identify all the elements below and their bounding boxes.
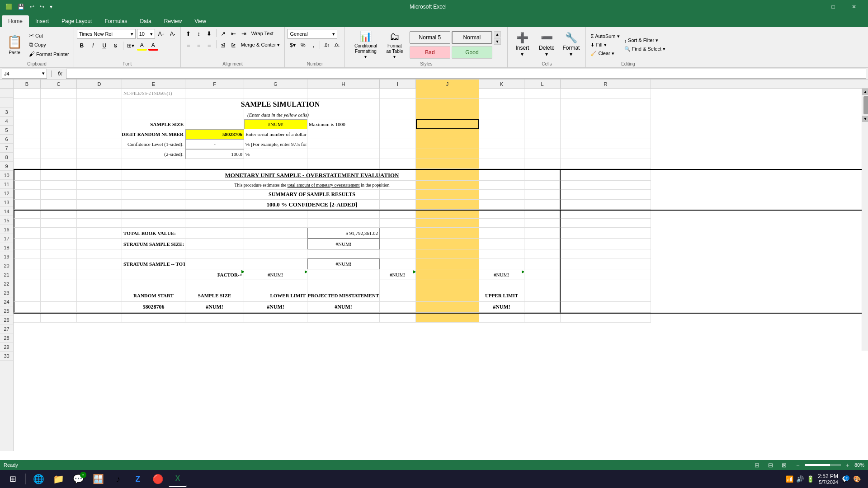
cell-r10[interactable] (561, 181, 651, 190)
cell-i3[interactable] (380, 110, 416, 119)
cell-g21[interactable]: LOWER LIMIT (244, 289, 307, 302)
cell-b1[interactable] (14, 89, 41, 99)
cell-l3[interactable] (524, 110, 561, 119)
cell-f7[interactable]: 100.0 (185, 149, 244, 159)
cell-b7[interactable] (14, 149, 41, 159)
cell-h13[interactable] (307, 211, 380, 219)
tab-page-layout[interactable]: Page Layout (55, 15, 98, 27)
borders-button[interactable]: ⊞▾ (126, 41, 136, 51)
cell-e19[interactable] (122, 269, 185, 280)
cell-j1[interactable] (416, 89, 479, 99)
cell-j7[interactable] (416, 149, 479, 159)
cell-e8[interactable] (122, 159, 185, 169)
cell-d18[interactable] (77, 258, 122, 269)
cell-l6[interactable] (524, 139, 561, 149)
vertical-scrollbar[interactable]: ▲ ▼ (862, 89, 868, 351)
redo-button[interactable]: ↪ (38, 3, 46, 11)
cell-h19[interactable] (307, 269, 380, 280)
cell-h7[interactable] (307, 149, 380, 159)
cell-d23[interactable] (77, 314, 122, 323)
cell-l5[interactable] (524, 129, 561, 139)
cell-k3[interactable] (479, 110, 524, 119)
cell-l14[interactable] (524, 219, 561, 228)
cell-i18[interactable] (380, 258, 416, 269)
cell-r3[interactable] (561, 110, 651, 119)
cell-l18[interactable] (524, 258, 561, 269)
cell-e5[interactable]: 8- DIGIT RANDOM NUMBER (122, 129, 185, 139)
cell-c6[interactable] (41, 139, 77, 149)
cell-d12[interactable] (77, 200, 122, 210)
cell-j3[interactable] (416, 110, 479, 119)
cell-i13[interactable] (380, 211, 416, 219)
taskbar-whatsapp[interactable]: 💬 2 (69, 471, 87, 487)
cell-d22[interactable] (77, 302, 122, 313)
cell-k15[interactable] (479, 228, 524, 239)
cell-d11[interactable] (77, 190, 122, 200)
page-layout-view-button[interactable]: ⊟ (766, 461, 776, 469)
cell-e23[interactable] (122, 314, 185, 323)
cell-c8[interactable] (41, 159, 77, 169)
taskbar-chrome[interactable]: 🔴 (149, 471, 167, 487)
underline-button[interactable]: U (99, 41, 109, 51)
increase-indent-button[interactable]: ⊵ (229, 40, 239, 49)
cell-i20[interactable] (380, 280, 416, 289)
col-header-b[interactable]: B (14, 80, 41, 89)
cell-j19[interactable] (416, 269, 479, 280)
cell-b18[interactable] (14, 258, 41, 269)
cell-e4[interactable]: SAMPLE SIZE (122, 119, 185, 129)
cell-l16[interactable] (524, 239, 561, 249)
cell-i22[interactable] (380, 302, 416, 313)
decimal-dec-button[interactable]: .0↓ (332, 41, 342, 50)
cell-d15[interactable] (77, 228, 122, 239)
align-top-button[interactable]: ⬆ (184, 29, 193, 38)
col-header-c[interactable]: C (41, 80, 77, 89)
zoom-slider[interactable] (805, 464, 841, 466)
cell-k18[interactable] (479, 258, 524, 269)
cell-k1[interactable] (479, 89, 524, 99)
cell-r12[interactable] (561, 200, 651, 210)
cell-i21[interactable] (380, 289, 416, 302)
tab-data[interactable]: Data (133, 15, 157, 27)
cell-d20[interactable] (77, 280, 122, 289)
indent-decrease-button[interactable]: ⇤ (229, 29, 239, 38)
conditional-formatting-button[interactable]: 📊 ConditionalFormatting ▾ (352, 30, 380, 59)
cell-b16[interactable] (14, 239, 41, 249)
decimal-inc-button[interactable]: .0↑ (321, 41, 331, 50)
percent-button[interactable]: % (298, 41, 308, 50)
cell-c7[interactable] (41, 149, 77, 159)
col-header-r[interactable]: R (561, 80, 651, 89)
cell-e1[interactable]: NC-FILE/SS-2 IND505(1) (122, 89, 185, 99)
cell-r6[interactable] (561, 139, 651, 149)
normal-view-button[interactable]: ⊞ (752, 461, 762, 469)
cell-i8[interactable] (380, 159, 416, 169)
cell-c22[interactable] (41, 302, 77, 313)
cell-f14[interactable] (185, 219, 244, 228)
cell-b22[interactable] (14, 302, 41, 313)
cell-c1[interactable] (41, 89, 77, 99)
cell-e6[interactable]: Confidence Level (1-sided): (122, 139, 185, 149)
start-button[interactable]: ⊞ (4, 471, 22, 487)
cell-c20[interactable] (41, 280, 77, 289)
cell-f21[interactable]: SAMPLE SIZE (185, 289, 244, 302)
cell-e16[interactable]: STRATUM SAMPLE SIZE: (122, 239, 185, 249)
cell-r19[interactable] (561, 269, 651, 280)
cell-h20[interactable] (307, 280, 380, 289)
cell-e17[interactable] (122, 249, 185, 258)
cell-j22[interactable] (416, 302, 479, 313)
cell-l20[interactable] (524, 280, 561, 289)
cell-e15[interactable]: TOTAL BOOK VALUE: (122, 228, 185, 239)
align-right-button[interactable]: ≡ (204, 40, 214, 49)
align-center-button[interactable]: ≡ (194, 40, 204, 49)
cell-f17[interactable] (185, 249, 244, 258)
styles-scroll-down[interactable]: ▼ (494, 38, 501, 45)
col-header-d[interactable]: D (77, 80, 122, 89)
cell-b6[interactable] (14, 139, 41, 149)
cell-f19[interactable]: FACTOR-> ▶ (185, 269, 244, 280)
cell-h14[interactable] (307, 219, 380, 228)
font-size-box[interactable]: 10 ▾ (137, 29, 155, 39)
cell-d9[interactable] (77, 170, 122, 181)
cell-g22[interactable]: #NUM! (244, 302, 307, 313)
scroll-up-button[interactable]: ▲ (862, 89, 868, 95)
number-format-box[interactable]: General ▾ (288, 29, 337, 39)
cell-c11[interactable] (41, 190, 77, 200)
